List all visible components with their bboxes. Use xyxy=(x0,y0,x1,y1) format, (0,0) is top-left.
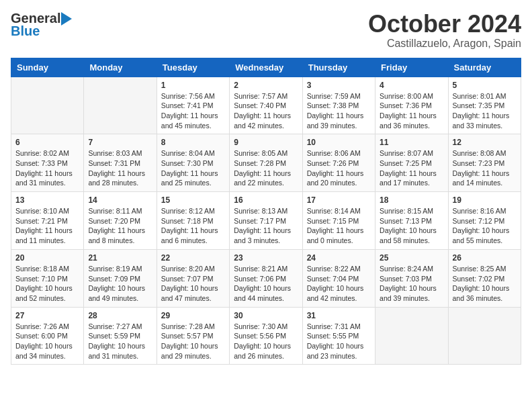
day-number: 31 xyxy=(307,311,371,320)
location-title: Castillazuelo, Aragon, Spain xyxy=(368,38,521,50)
day-info: Sunrise: 7:28 AMSunset: 5:57 PMDaylight:… xyxy=(161,322,225,361)
calendar-cell: 10Sunrise: 8:06 AMSunset: 7:26 PMDayligh… xyxy=(302,134,375,192)
calendar-header-row: SundayMondayTuesdayWednesdayThursdayFrid… xyxy=(11,58,521,77)
calendar-cell xyxy=(11,77,84,134)
day-info: Sunrise: 7:27 AMSunset: 5:59 PMDaylight:… xyxy=(88,322,152,361)
calendar-cell: 29Sunrise: 7:28 AMSunset: 5:57 PMDayligh… xyxy=(157,307,229,365)
header: General Blue October 2024 Castillazuelo,… xyxy=(11,11,521,50)
calendar-cell: 4Sunrise: 8:00 AMSunset: 7:36 PMDaylight… xyxy=(375,77,448,134)
day-number: 21 xyxy=(88,253,152,263)
calendar-cell: 31Sunrise: 7:31 AMSunset: 5:55 PMDayligh… xyxy=(302,307,375,365)
day-info: Sunrise: 8:10 AMSunset: 7:21 PMDaylight:… xyxy=(15,206,79,246)
day-number: 17 xyxy=(307,195,371,205)
calendar-cell: 30Sunrise: 7:30 AMSunset: 5:56 PMDayligh… xyxy=(230,307,302,365)
day-number: 9 xyxy=(234,138,298,147)
calendar-cell: 17Sunrise: 8:14 AMSunset: 7:15 PMDayligh… xyxy=(302,192,375,250)
calendar-day-header: Sunday xyxy=(11,58,84,77)
day-number: 6 xyxy=(15,138,79,147)
day-number: 7 xyxy=(88,138,152,147)
day-info: Sunrise: 8:01 AMSunset: 7:35 PMDaylight:… xyxy=(453,91,517,131)
calendar-cell: 23Sunrise: 8:21 AMSunset: 7:06 PMDayligh… xyxy=(230,249,302,307)
calendar-day-header: Wednesday xyxy=(230,58,302,77)
day-number: 14 xyxy=(88,195,152,205)
calendar-day-header: Monday xyxy=(84,58,157,77)
calendar-cell: 7Sunrise: 8:03 AMSunset: 7:31 PMDaylight… xyxy=(84,134,157,192)
calendar-cell: 9Sunrise: 8:05 AMSunset: 7:28 PMDaylight… xyxy=(230,134,302,192)
calendar-cell: 21Sunrise: 8:19 AMSunset: 7:09 PMDayligh… xyxy=(84,249,157,307)
day-info: Sunrise: 7:26 AMSunset: 6:00 PMDaylight:… xyxy=(15,322,79,361)
calendar-week-row: 20Sunrise: 8:18 AMSunset: 7:10 PMDayligh… xyxy=(11,249,521,307)
day-number: 10 xyxy=(307,138,371,147)
calendar-cell: 20Sunrise: 8:18 AMSunset: 7:10 PMDayligh… xyxy=(11,249,84,307)
calendar-cell: 5Sunrise: 8:01 AMSunset: 7:35 PMDaylight… xyxy=(448,77,521,134)
day-info: Sunrise: 8:19 AMSunset: 7:09 PMDaylight:… xyxy=(88,264,152,304)
calendar-cell: 8Sunrise: 8:04 AMSunset: 7:30 PMDaylight… xyxy=(157,134,229,192)
day-info: Sunrise: 8:25 AMSunset: 7:02 PMDaylight:… xyxy=(453,264,517,304)
calendar-table: SundayMondayTuesdayWednesdayThursdayFrid… xyxy=(11,58,521,365)
calendar-cell: 15Sunrise: 8:12 AMSunset: 7:18 PMDayligh… xyxy=(157,192,229,250)
day-info: Sunrise: 8:18 AMSunset: 7:10 PMDaylight:… xyxy=(15,264,79,304)
day-number: 8 xyxy=(161,138,225,147)
calendar-cell: 26Sunrise: 8:25 AMSunset: 7:02 PMDayligh… xyxy=(448,249,521,307)
day-info: Sunrise: 8:21 AMSunset: 7:06 PMDaylight:… xyxy=(234,264,298,304)
day-number: 3 xyxy=(307,81,371,90)
day-info: Sunrise: 8:06 AMSunset: 7:26 PMDaylight:… xyxy=(307,148,371,188)
svg-marker-0 xyxy=(61,12,72,26)
day-number: 23 xyxy=(234,253,298,263)
day-number: 25 xyxy=(380,253,443,263)
day-info: Sunrise: 8:14 AMSunset: 7:15 PMDaylight:… xyxy=(307,206,371,246)
title-area: October 2024 Castillazuelo, Aragon, Spai… xyxy=(368,11,521,50)
day-number: 13 xyxy=(15,195,79,205)
day-number: 20 xyxy=(15,253,79,263)
calendar-cell: 13Sunrise: 8:10 AMSunset: 7:21 PMDayligh… xyxy=(11,192,84,250)
calendar-week-row: 13Sunrise: 8:10 AMSunset: 7:21 PMDayligh… xyxy=(11,192,521,250)
day-number: 22 xyxy=(161,253,225,263)
calendar-cell: 2Sunrise: 7:57 AMSunset: 7:40 PMDaylight… xyxy=(230,77,302,134)
calendar-week-row: 1Sunrise: 7:56 AMSunset: 7:41 PMDaylight… xyxy=(11,77,521,134)
day-number: 11 xyxy=(380,138,443,147)
day-info: Sunrise: 8:08 AMSunset: 7:23 PMDaylight:… xyxy=(453,148,517,188)
calendar-cell: 6Sunrise: 8:02 AMSunset: 7:33 PMDaylight… xyxy=(11,134,84,192)
day-number: 24 xyxy=(307,253,371,263)
day-info: Sunrise: 8:04 AMSunset: 7:30 PMDaylight:… xyxy=(161,148,225,188)
month-title: October 2024 xyxy=(368,11,521,38)
day-info: Sunrise: 8:20 AMSunset: 7:07 PMDaylight:… xyxy=(161,264,225,304)
calendar-cell xyxy=(84,77,157,134)
day-number: 29 xyxy=(161,311,225,320)
calendar-cell xyxy=(375,307,448,365)
day-number: 2 xyxy=(234,81,298,90)
day-number: 27 xyxy=(15,311,79,320)
calendar-day-header: Saturday xyxy=(448,58,521,77)
logo-arrow-icon xyxy=(61,12,72,26)
day-number: 18 xyxy=(380,195,443,205)
logo: General Blue xyxy=(11,11,72,39)
calendar-cell xyxy=(448,307,521,365)
day-info: Sunrise: 8:22 AMSunset: 7:04 PMDaylight:… xyxy=(307,264,371,304)
calendar-cell: 16Sunrise: 8:13 AMSunset: 7:17 PMDayligh… xyxy=(230,192,302,250)
day-number: 30 xyxy=(234,311,298,320)
day-number: 4 xyxy=(380,81,443,90)
calendar-cell: 14Sunrise: 8:11 AMSunset: 7:20 PMDayligh… xyxy=(84,192,157,250)
calendar-cell: 18Sunrise: 8:15 AMSunset: 7:13 PMDayligh… xyxy=(375,192,448,250)
day-info: Sunrise: 8:07 AMSunset: 7:25 PMDaylight:… xyxy=(380,148,443,188)
day-info: Sunrise: 7:57 AMSunset: 7:40 PMDaylight:… xyxy=(234,91,298,131)
day-info: Sunrise: 8:11 AMSunset: 7:20 PMDaylight:… xyxy=(88,206,152,246)
day-number: 28 xyxy=(88,311,152,320)
day-info: Sunrise: 7:56 AMSunset: 7:41 PMDaylight:… xyxy=(161,91,225,131)
day-info: Sunrise: 8:13 AMSunset: 7:17 PMDaylight:… xyxy=(234,206,298,246)
calendar-cell: 28Sunrise: 7:27 AMSunset: 5:59 PMDayligh… xyxy=(84,307,157,365)
day-number: 5 xyxy=(453,81,517,90)
calendar-cell: 11Sunrise: 8:07 AMSunset: 7:25 PMDayligh… xyxy=(375,134,448,192)
day-info: Sunrise: 7:59 AMSunset: 7:38 PMDaylight:… xyxy=(307,91,371,131)
day-number: 15 xyxy=(161,195,225,205)
calendar-day-header: Thursday xyxy=(302,58,375,77)
day-info: Sunrise: 8:00 AMSunset: 7:36 PMDaylight:… xyxy=(380,91,443,131)
day-info: Sunrise: 8:24 AMSunset: 7:03 PMDaylight:… xyxy=(380,264,443,304)
day-info: Sunrise: 8:15 AMSunset: 7:13 PMDaylight:… xyxy=(380,206,443,246)
day-number: 1 xyxy=(161,81,225,90)
day-number: 26 xyxy=(453,253,517,263)
day-number: 16 xyxy=(234,195,298,205)
day-info: Sunrise: 8:02 AMSunset: 7:33 PMDaylight:… xyxy=(15,148,79,188)
calendar-day-header: Tuesday xyxy=(157,58,229,77)
calendar-day-header: Friday xyxy=(375,58,448,77)
